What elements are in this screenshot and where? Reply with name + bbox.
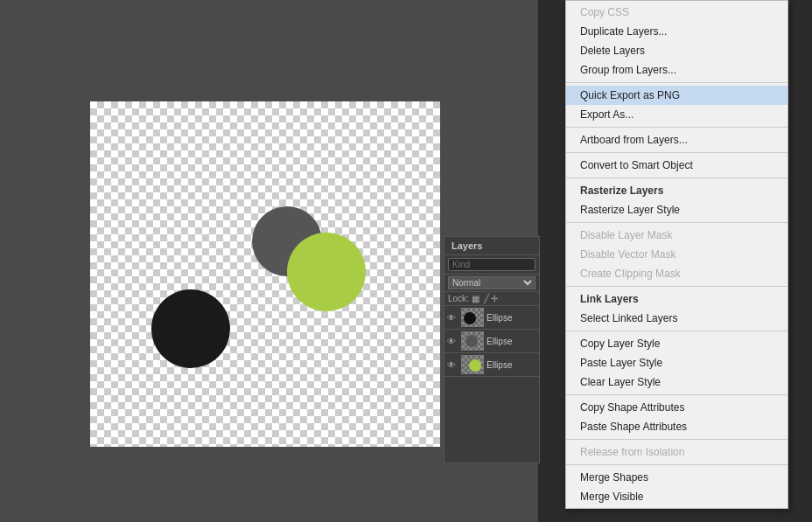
menu-separator-sep1: [566, 82, 788, 83]
layer-name-0: Ellipse: [486, 313, 512, 323]
menu-item-copy-layer-style[interactable]: Copy Layer Style: [566, 334, 788, 353]
layer-name-1: Ellipse: [486, 337, 512, 346]
menu-item-select-linked-layers[interactable]: Select Linked Layers: [566, 309, 788, 328]
menu-item-group-from-layers[interactable]: Group from Layers...: [566, 60, 788, 80]
menu-item-paste-layer-style[interactable]: Paste Layer Style: [566, 353, 788, 372]
shape-black-circle: [151, 289, 230, 368]
menu-separator-sep6: [566, 286, 788, 287]
context-menu: Copy CSSDuplicate Layers...Delete Layers…: [565, 0, 788, 509]
menu-item-copy-shape-attributes[interactable]: Copy Shape Attributes: [566, 398, 788, 417]
menu-separator-sep10: [566, 464, 788, 465]
menu-item-disable-vector-mask: Disable Vector Mask: [566, 245, 788, 264]
lock-checkerboard-icon[interactable]: ▦: [472, 294, 480, 303]
menu-separator-sep3: [566, 152, 788, 153]
layer-thumb-1: [461, 331, 484, 351]
layer-item-0[interactable]: 👁 Ellipse: [444, 306, 539, 330]
layer-thumb-0: [461, 308, 484, 327]
menu-item-merge-shapes[interactable]: Merge Shapes: [566, 468, 788, 487]
layers-lock-row: Lock: ▦ ╱ ✛: [444, 292, 539, 306]
menu-item-create-clipping-mask: Create Clipping Mask: [566, 264, 788, 283]
menu-item-link-layers: Link Layers: [566, 289, 788, 309]
menu-item-quick-export[interactable]: Quick Export as PNG: [566, 86, 788, 105]
layer-item-2[interactable]: 👁 Ellipse: [444, 353, 539, 377]
menu-separator-sep7: [566, 331, 788, 331]
menu-item-release-from-isolation: Release from Isolation: [566, 442, 788, 462]
menu-separator-sep8: [566, 394, 788, 395]
layers-search-input[interactable]: [448, 258, 536, 271]
menu-item-convert-smart-object[interactable]: Convert to Smart Object: [566, 156, 788, 175]
layer-item-1[interactable]: 👁 Ellipse: [444, 330, 539, 353]
layers-search-bar: [444, 255, 539, 275]
lock-brush-icon[interactable]: ╱: [484, 294, 489, 303]
lock-move-icon[interactable]: ✛: [491, 294, 498, 303]
layers-panel-header: Layers: [444, 237, 539, 255]
menu-item-copy-css: Copy CSS: [566, 3, 788, 22]
layer-eye-0[interactable]: 👁: [447, 313, 459, 323]
menu-item-paste-shape-attributes[interactable]: Paste Shape Attributes: [566, 417, 788, 436]
layers-panel: Layers Normal Lock: ▦ ╱ ✛ 👁 Ellipse 👁 El…: [444, 236, 540, 463]
menu-item-disable-layer-mask: Disable Layer Mask: [566, 226, 788, 245]
layer-eye-1[interactable]: 👁: [447, 337, 459, 346]
shape-green-circle: [287, 233, 366, 311]
menu-item-delete-layers[interactable]: Delete Layers: [566, 41, 788, 60]
menu-item-artboard-from-layers[interactable]: Artboard from Layers...: [566, 130, 788, 150]
menu-separator-sep2: [566, 127, 788, 128]
layers-blend-mode: Normal: [444, 275, 539, 292]
layer-name-2: Ellipse: [486, 360, 512, 370]
menu-item-merge-visible[interactable]: Merge Visible: [566, 487, 788, 506]
canvas-content: [90, 101, 440, 447]
menu-separator-sep5: [566, 222, 788, 223]
menu-item-rasterize-layers: Rasterize Layers: [566, 181, 788, 200]
layer-thumb-2: [461, 355, 484, 374]
menu-separator-sep4: [566, 177, 788, 178]
lock-label: Lock:: [448, 294, 469, 303]
menu-item-rasterize-layer-style[interactable]: Rasterize Layer Style: [566, 200, 788, 219]
layer-eye-2[interactable]: 👁: [447, 360, 459, 370]
menu-separator-sep9: [566, 439, 788, 440]
blend-mode-select[interactable]: Normal: [448, 276, 536, 289]
menu-item-export-as[interactable]: Export As...: [566, 105, 788, 124]
menu-item-duplicate-layers[interactable]: Duplicate Layers...: [566, 22, 788, 41]
layers-title: Layers: [452, 240, 482, 251]
menu-item-clear-layer-style[interactable]: Clear Layer Style: [566, 372, 788, 392]
